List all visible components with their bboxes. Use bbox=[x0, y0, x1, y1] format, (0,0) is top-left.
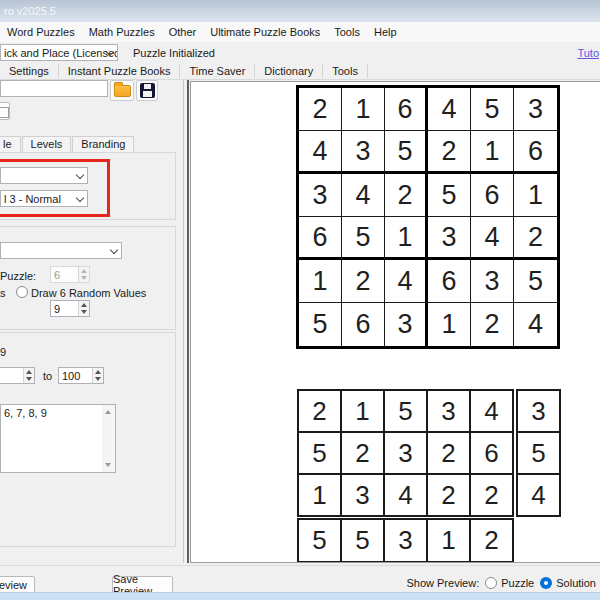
grid-cell: 2 bbox=[471, 475, 512, 515]
grid-cell: 2 bbox=[299, 391, 340, 431]
show-preview-group: Show Preview: PuzzleSolution bbox=[406, 577, 596, 589]
grid-cell: 6 bbox=[471, 433, 512, 473]
grid-cell: 6 bbox=[428, 260, 471, 303]
puzzle-count-spinner: 6 bbox=[50, 266, 90, 283]
sidebar-tab-le[interactable]: le bbox=[0, 136, 21, 152]
partial-toolbar-button[interactable] bbox=[0, 102, 10, 120]
grid-cell: 4 bbox=[385, 475, 426, 515]
values-textarea[interactable]: 6, 7, 8, 9 bbox=[0, 404, 116, 473]
grid-cell: 4 bbox=[471, 217, 514, 260]
grid-cell: 2 bbox=[514, 217, 557, 260]
puzzle-count-value: 6 bbox=[51, 267, 78, 282]
grid-cell: 3 bbox=[385, 433, 426, 473]
tab-tools[interactable]: Tools bbox=[323, 64, 368, 78]
show-preview-option-solution[interactable]: Solution bbox=[540, 577, 596, 589]
grid-cell: 6 bbox=[471, 174, 514, 217]
red-highlight-rectangle bbox=[0, 159, 110, 217]
grid-cell: 6 bbox=[299, 217, 342, 260]
textarea-scrollbar[interactable] bbox=[102, 405, 115, 472]
range-max-spinner[interactable]: 100 bbox=[58, 367, 104, 384]
sidebar-panel: leLevelsBranding l 3 - Normal Puzzle: 6 … bbox=[0, 80, 184, 563]
grid-cell: 5 bbox=[342, 520, 383, 561]
radio-puzzle[interactable] bbox=[485, 577, 497, 589]
puzzle-type-dropdown[interactable]: ick and Place (Licensed) bbox=[0, 44, 118, 61]
menu-bar: Word PuzzlesMath PuzzlesOtherUltimate Pu… bbox=[0, 22, 600, 42]
menu-item-ultimate-puzzle-books[interactable]: Ultimate Puzzle Books bbox=[203, 26, 327, 38]
open-folder-button[interactable] bbox=[110, 80, 134, 101]
tab-dictionary[interactable]: Dictionary bbox=[255, 64, 323, 78]
grid-cell: 4 bbox=[299, 131, 342, 174]
panel-splitter[interactable] bbox=[187, 80, 189, 563]
partial-grid-side-column: 354 bbox=[516, 389, 561, 517]
save-icon bbox=[140, 83, 155, 98]
solution-grid: 216453435216342561651342124635563124 bbox=[296, 85, 560, 349]
values-textarea-content: 6, 7, 8, 9 bbox=[4, 407, 100, 419]
grid-cell: 4 bbox=[518, 475, 559, 515]
values-count-spinner[interactable]: 9 bbox=[50, 300, 90, 317]
radio-label-solution: Solution bbox=[556, 577, 596, 589]
tutorial-link[interactable]: Tuto bbox=[577, 47, 599, 59]
preview-page: 216453435216342561651342124635563124 215… bbox=[190, 81, 600, 563]
puzzle-count-label: Puzzle: bbox=[0, 270, 36, 282]
menu-item-help[interactable]: Help bbox=[367, 26, 404, 38]
values-count-value: 9 bbox=[51, 301, 78, 316]
grid-cell: 5 bbox=[299, 433, 340, 473]
toolbar: ick and Place (Licensed) Puzzle Initiali… bbox=[0, 42, 600, 62]
range-to-label: to bbox=[43, 370, 52, 382]
draw-random-label[interactable]: Draw 6 Random Values bbox=[31, 287, 146, 299]
grid-cell: 2 bbox=[342, 260, 385, 303]
sidebar-tab-strip: leLevelsBranding bbox=[0, 136, 135, 152]
grid-cell: 1 bbox=[514, 174, 557, 217]
grid-cell: 4 bbox=[385, 260, 428, 303]
range-min-spinner[interactable] bbox=[0, 367, 35, 384]
grid-cell: 3 bbox=[428, 391, 469, 431]
folder-icon bbox=[114, 85, 131, 97]
file-name-input[interactable] bbox=[0, 80, 108, 97]
grid-cell: 3 bbox=[428, 217, 471, 260]
grid-cell: 4 bbox=[514, 303, 557, 346]
grid-cell: 6 bbox=[385, 88, 428, 131]
range-min-value bbox=[0, 368, 23, 383]
grid-cell: 6 bbox=[342, 303, 385, 346]
grid-cell: 5 bbox=[518, 433, 559, 473]
scroll-up-icon[interactable] bbox=[105, 410, 111, 414]
grid-cell: 4 bbox=[428, 88, 471, 131]
grid-cell: 3 bbox=[518, 391, 559, 431]
status-text: Puzzle Initialized bbox=[133, 47, 215, 59]
menu-item-other[interactable]: Other bbox=[162, 26, 204, 38]
grid-cell: 6 bbox=[514, 131, 557, 174]
menu-item-math-puzzles[interactable]: Math Puzzles bbox=[82, 26, 162, 38]
sidebar-tab-levels[interactable]: Levels bbox=[22, 136, 72, 152]
tab-settings[interactable]: Settings bbox=[0, 64, 59, 78]
puzzle-type-value: ick and Place (Licensed) bbox=[4, 47, 118, 59]
grid-cell: 3 bbox=[514, 88, 557, 131]
grid-cell: 5 bbox=[514, 260, 557, 303]
title-bar: ro v2025.5 bbox=[0, 0, 600, 22]
radio-solution-selected[interactable] bbox=[540, 577, 552, 589]
grid-cell: 5 bbox=[385, 131, 428, 174]
section-label-fragment: 9 bbox=[0, 346, 6, 358]
sidebar-tab-branding[interactable]: Branding bbox=[72, 136, 134, 152]
grid-cell: 1 bbox=[299, 475, 340, 515]
grid-cell: 2 bbox=[385, 174, 428, 217]
window-title: ro v2025.5 bbox=[4, 5, 56, 17]
scroll-down-icon[interactable] bbox=[105, 463, 111, 467]
range-max-value: 100 bbox=[59, 368, 92, 383]
main-tab-strip: SettingsInstant Puzzle BooksTime SaverDi… bbox=[0, 62, 600, 80]
grid-cell: 1 bbox=[428, 520, 469, 561]
draw-random-radio[interactable] bbox=[16, 286, 28, 298]
menu-item-word-puzzles[interactable]: Word Puzzles bbox=[0, 26, 82, 38]
tab-time-saver[interactable]: Time Saver bbox=[180, 64, 255, 78]
grid-cell: 4 bbox=[471, 391, 512, 431]
menu-item-tools[interactable]: Tools bbox=[327, 26, 367, 38]
grid-cell: 3 bbox=[471, 260, 514, 303]
variant-dropdown[interactable] bbox=[0, 242, 122, 259]
save-file-button[interactable] bbox=[136, 80, 158, 101]
grid-cell: 1 bbox=[385, 217, 428, 260]
grid-cell: 2 bbox=[471, 303, 514, 346]
show-preview-label: Show Preview: bbox=[406, 577, 479, 589]
grid-cell: 1 bbox=[471, 131, 514, 174]
partial-grid-bottom-row: 55312 bbox=[297, 518, 514, 563]
tab-instant-puzzle-books[interactable]: Instant Puzzle Books bbox=[59, 64, 181, 78]
show-preview-option-puzzle[interactable]: Puzzle bbox=[485, 577, 534, 589]
